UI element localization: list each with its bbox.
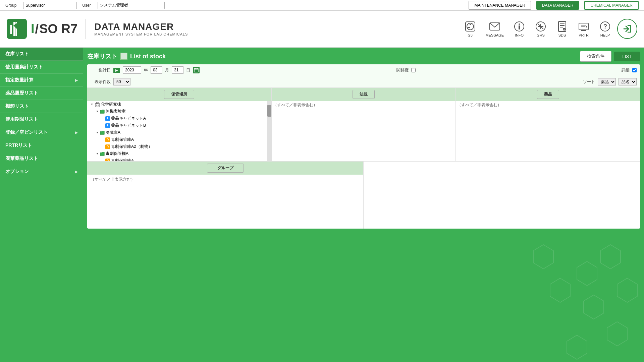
- svg-marker-39: [617, 278, 637, 302]
- sds-button[interactable]: S SDS: [553, 18, 572, 39]
- tree-item-muki[interactable]: ▼ 無機実験室: [87, 108, 271, 115]
- help-label: HELP: [600, 33, 610, 37]
- doku1-icon: Ⅳ: [105, 137, 110, 142]
- empty-right-panel: [364, 162, 640, 229]
- sds-icon: S: [556, 20, 568, 33]
- tree-item-dokutana[interactable]: ▼ 毒劇保管棚A: [87, 150, 271, 157]
- display-row: 表示件数 50 100 200 ソート 薬品 品名: [87, 76, 640, 88]
- page-title-bar: 在庫リスト List of stock 検索条件 LIST: [87, 51, 640, 62]
- sidebar-label-toroku: 登録／空ビンリスト: [5, 129, 48, 135]
- date-nav-arrow[interactable]: ▶: [113, 68, 120, 73]
- sidebar-arrow-option: ▶: [75, 170, 78, 174]
- bg-decoration: [443, 228, 644, 362]
- data-manager-button[interactable]: DATA MANAGER: [536, 1, 579, 10]
- svg-point-10: [519, 23, 520, 25]
- svg-point-6: [470, 24, 471, 25]
- top-bar: Group User MAINTENANCE MANAGER DATA MANA…: [0, 0, 644, 11]
- group-button[interactable]: グループ: [207, 164, 244, 173]
- ghs-button[interactable]: GHS: [531, 18, 550, 39]
- group-content: （すべて／非表示含む）: [87, 175, 363, 228]
- sidebar-item-option[interactable]: オプション ▶: [0, 165, 83, 178]
- tree-label-dokutana: 毒劇保管棚A: [106, 151, 128, 157]
- tree-label-muki: 無機実験室: [106, 109, 126, 114]
- date-label: 集計日: [91, 67, 111, 73]
- tree-item-doku2[interactable]: ▼ Ⅳ 毒劇保管庫A2（劇物）: [87, 143, 271, 150]
- logout-button[interactable]: [617, 19, 637, 39]
- g3-label: G3: [468, 33, 473, 37]
- g3-button[interactable]: G3: [461, 18, 480, 39]
- sidebar-item-shiteisu[interactable]: 指定数量計算 ▶: [0, 74, 83, 87]
- sidebar-label-option: オプション: [5, 169, 29, 175]
- group-input[interactable]: [23, 2, 77, 9]
- svg-rect-23: [581, 30, 586, 31]
- law-filter-header: 法規: [272, 88, 456, 101]
- logo-icon: I: [7, 19, 27, 39]
- sidebar-label-haiki: 廃棄薬品リスト: [5, 156, 38, 162]
- svg-text:I: I: [9, 23, 13, 37]
- sidebar-item-shiyoryo[interactable]: 使用量集計リスト: [0, 61, 83, 74]
- law-filter-button[interactable]: 法規: [353, 90, 375, 99]
- help-icon: ?: [599, 20, 611, 33]
- kengen-label: 閲覧権: [388, 67, 409, 73]
- scrollbar-thumb[interactable]: [267, 105, 271, 117]
- chemical-filter-button[interactable]: 薬品: [537, 90, 559, 99]
- user-input[interactable]: [98, 2, 165, 9]
- tree-item-doku3[interactable]: ▼ Ⅳ 毒劇保管庫A: [87, 157, 271, 161]
- doku2-icon: Ⅳ: [105, 144, 110, 149]
- scrollbar-track: [267, 101, 271, 161]
- detail-label: 詳細: [609, 67, 630, 73]
- sidebar-item-zaiko[interactable]: 在庫リスト: [0, 48, 83, 61]
- tree-item-doku1[interactable]: ▼ Ⅳ 毒劇保管庫A: [87, 136, 271, 143]
- storage-filter-header: 保管場所: [87, 88, 271, 101]
- logout-icon: [622, 23, 633, 34]
- kengen-checkbox[interactable]: [411, 68, 416, 72]
- calendar-button[interactable]: [193, 67, 200, 73]
- tree-label-cabinet-b: 薬品キャビネットB: [111, 123, 146, 128]
- law-placeholder: （すべて／非表示含む）: [273, 103, 317, 107]
- sidebar-item-haiki[interactable]: 廃棄薬品リスト: [0, 152, 83, 165]
- user-label: User: [82, 3, 91, 8]
- list-button[interactable]: LIST: [614, 52, 640, 61]
- month-input[interactable]: [151, 66, 162, 74]
- year-sep: 年: [144, 67, 148, 73]
- year-input[interactable]: [123, 66, 141, 74]
- tree-item-cabinet-b[interactable]: ▼ Ⅱ 薬品キャビネットB: [87, 122, 271, 129]
- main-layout: 在庫リスト 使用量集計リスト 指定数量計算 ▶ 薬品履歴リスト 棚卸リスト 使用…: [0, 48, 644, 362]
- sort-select-1[interactable]: 薬品: [598, 78, 616, 85]
- tree-toggle-dokutana: ▼: [95, 152, 99, 156]
- maintenance-manager-button[interactable]: MAINTENANCE MANAGER: [469, 1, 531, 10]
- day-input[interactable]: [172, 66, 183, 74]
- search-conditions-button[interactable]: 検索条件: [580, 51, 611, 62]
- display-count-select[interactable]: 50 100 200: [113, 78, 130, 85]
- sidebar-item-toroku[interactable]: 登録／空ビンリスト ▶: [0, 126, 83, 139]
- filter-col-law: 法規 （すべて／非表示含む）: [272, 88, 456, 161]
- help-button[interactable]: ? HELP: [596, 18, 614, 39]
- detail-checkbox[interactable]: [632, 68, 637, 72]
- message-button[interactable]: MESSAGE: [482, 18, 507, 39]
- storage-filter-button[interactable]: 保管場所: [164, 90, 194, 99]
- cabinet-a-icon: Ⅱ: [105, 116, 110, 121]
- prtr-button[interactable]: PRTR: [574, 18, 593, 39]
- svg-marker-44: [533, 245, 553, 269]
- chemical-manager-button[interactable]: CHEMICAL MANAGER: [584, 1, 639, 10]
- info-button[interactable]: INFO: [510, 18, 529, 39]
- sidebar-item-prtr[interactable]: PRTRリスト: [0, 139, 83, 152]
- cabinet-b-icon: Ⅱ: [105, 123, 110, 128]
- sort-select-2[interactable]: 品名: [619, 78, 637, 85]
- tree-item-building[interactable]: ▼ 化学研究棟: [87, 101, 271, 108]
- page-title-en: List of stock: [130, 53, 166, 60]
- group-placeholder: （すべて／非表示含む）: [91, 177, 135, 182]
- sidebar-item-yakureki[interactable]: 薬品履歴リスト: [0, 87, 83, 100]
- sidebar-item-shiyokigen[interactable]: 使用期限リスト: [0, 113, 83, 126]
- app-subtitle: MANAGEMENT SYSTEM FOR LAB CHEMICALS: [94, 32, 188, 36]
- tree-item-reizoko[interactable]: ▼ 冷蔵庫A: [87, 129, 271, 136]
- tree-item-cabinet-a[interactable]: ▼ Ⅱ 薬品キャビネットA: [87, 115, 271, 122]
- group-section: グループ （すべて／非表示含む）: [87, 162, 364, 229]
- month-sep: 月: [165, 67, 169, 73]
- prtr-label: PRTR: [579, 33, 589, 37]
- message-label: MESSAGE: [486, 33, 504, 37]
- header-icons: G3 MESSAGE INFO: [461, 18, 637, 39]
- sidebar-item-tanaoroshi[interactable]: 棚卸リスト: [0, 100, 83, 113]
- page-title-icon: [120, 53, 127, 60]
- sort-label: ソート: [575, 79, 595, 85]
